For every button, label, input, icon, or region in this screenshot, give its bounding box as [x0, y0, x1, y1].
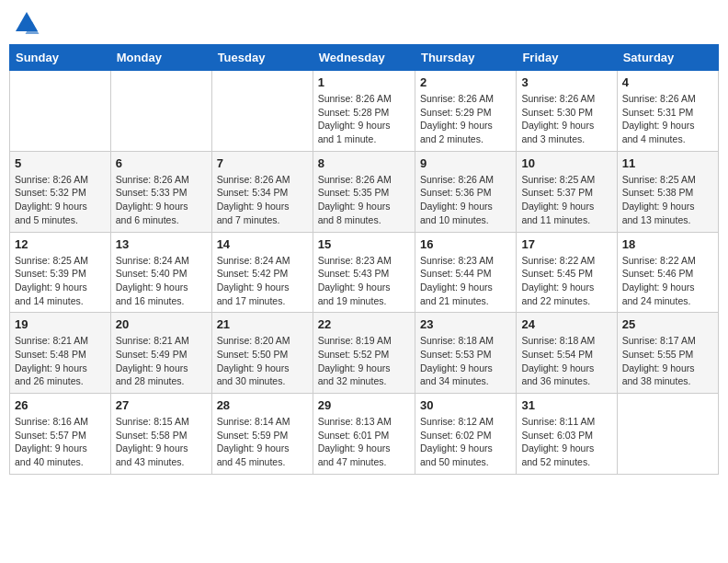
calendar-day-cell: 15Sunrise: 8:23 AM Sunset: 5:43 PM Dayli… — [313, 232, 415, 313]
day-of-week-header: Tuesday — [211, 45, 313, 71]
day-info: Sunrise: 8:24 AM Sunset: 5:42 PM Dayligh… — [217, 254, 308, 308]
day-info: Sunrise: 8:21 AM Sunset: 5:49 PM Dayligh… — [116, 334, 207, 388]
day-of-week-header: Wednesday — [313, 45, 415, 71]
day-number: 15 — [318, 237, 410, 251]
day-number: 10 — [521, 156, 611, 170]
calendar-week-row: 5Sunrise: 8:26 AM Sunset: 5:32 PM Daylig… — [10, 151, 719, 232]
day-number: 6 — [116, 156, 207, 170]
day-info: Sunrise: 8:23 AM Sunset: 5:44 PM Dayligh… — [420, 254, 511, 308]
calendar-day-cell: 29Sunrise: 8:13 AM Sunset: 6:01 PM Dayli… — [313, 394, 415, 475]
day-number: 12 — [15, 237, 106, 251]
day-number: 3 — [521, 75, 611, 89]
day-info: Sunrise: 8:11 AM Sunset: 6:03 PM Dayligh… — [521, 415, 611, 469]
calendar-day-cell: 3Sunrise: 8:26 AM Sunset: 5:30 PM Daylig… — [517, 71, 617, 152]
calendar-header-row: SundayMondayTuesdayWednesdayThursdayFrid… — [10, 45, 719, 71]
day-info: Sunrise: 8:26 AM Sunset: 5:36 PM Dayligh… — [420, 173, 511, 227]
calendar-day-cell: 18Sunrise: 8:22 AM Sunset: 5:46 PM Dayli… — [617, 232, 718, 313]
day-of-week-header: Thursday — [415, 45, 516, 71]
day-info: Sunrise: 8:22 AM Sunset: 5:46 PM Dayligh… — [622, 254, 713, 308]
calendar-day-cell: 11Sunrise: 8:25 AM Sunset: 5:38 PM Dayli… — [617, 151, 718, 232]
logo — [13, 9, 44, 37]
day-number: 19 — [15, 317, 106, 331]
calendar-week-row: 19Sunrise: 8:21 AM Sunset: 5:48 PM Dayli… — [10, 313, 719, 394]
day-info: Sunrise: 8:26 AM Sunset: 5:29 PM Dayligh… — [420, 92, 511, 146]
calendar-day-cell: 24Sunrise: 8:18 AM Sunset: 5:54 PM Dayli… — [517, 313, 617, 394]
calendar-day-cell: 12Sunrise: 8:25 AM Sunset: 5:39 PM Dayli… — [10, 232, 111, 313]
day-number: 4 — [622, 75, 713, 89]
calendar-day-cell: 9Sunrise: 8:26 AM Sunset: 5:36 PM Daylig… — [415, 151, 516, 232]
day-number: 28 — [217, 398, 308, 412]
day-of-week-header: Friday — [517, 45, 617, 71]
day-info: Sunrise: 8:26 AM Sunset: 5:31 PM Dayligh… — [622, 92, 713, 146]
day-number: 27 — [116, 398, 207, 412]
calendar-day-cell — [211, 71, 313, 152]
calendar-week-row: 1Sunrise: 8:26 AM Sunset: 5:28 PM Daylig… — [10, 71, 719, 152]
calendar-day-cell — [110, 71, 211, 152]
day-number: 16 — [420, 237, 511, 251]
calendar-day-cell: 14Sunrise: 8:24 AM Sunset: 5:42 PM Dayli… — [211, 232, 313, 313]
day-info: Sunrise: 8:25 AM Sunset: 5:37 PM Dayligh… — [521, 173, 611, 227]
calendar-day-cell: 7Sunrise: 8:26 AM Sunset: 5:34 PM Daylig… — [211, 151, 313, 232]
calendar-day-cell: 21Sunrise: 8:20 AM Sunset: 5:50 PM Dayli… — [211, 313, 313, 394]
calendar-day-cell: 19Sunrise: 8:21 AM Sunset: 5:48 PM Dayli… — [10, 313, 111, 394]
day-number: 5 — [15, 156, 106, 170]
day-info: Sunrise: 8:20 AM Sunset: 5:50 PM Dayligh… — [217, 334, 308, 388]
day-info: Sunrise: 8:15 AM Sunset: 5:58 PM Dayligh… — [116, 415, 207, 469]
calendar-day-cell: 20Sunrise: 8:21 AM Sunset: 5:49 PM Dayli… — [110, 313, 211, 394]
calendar-day-cell: 31Sunrise: 8:11 AM Sunset: 6:03 PM Dayli… — [517, 394, 617, 475]
day-number: 21 — [217, 317, 308, 331]
day-info: Sunrise: 8:14 AM Sunset: 5:59 PM Dayligh… — [217, 415, 308, 469]
day-number: 9 — [420, 156, 511, 170]
day-number: 18 — [622, 237, 713, 251]
day-info: Sunrise: 8:26 AM Sunset: 5:33 PM Dayligh… — [116, 173, 207, 227]
day-info: Sunrise: 8:26 AM Sunset: 5:35 PM Dayligh… — [318, 173, 410, 227]
calendar-day-cell: 17Sunrise: 8:22 AM Sunset: 5:45 PM Dayli… — [517, 232, 617, 313]
day-of-week-header: Sunday — [10, 45, 111, 71]
day-info: Sunrise: 8:21 AM Sunset: 5:48 PM Dayligh… — [15, 334, 106, 388]
day-number: 17 — [521, 237, 611, 251]
day-info: Sunrise: 8:25 AM Sunset: 5:39 PM Dayligh… — [15, 254, 106, 308]
calendar-day-cell — [617, 394, 718, 475]
day-info: Sunrise: 8:22 AM Sunset: 5:45 PM Dayligh… — [521, 254, 611, 308]
day-of-week-header: Saturday — [617, 45, 718, 71]
calendar-day-cell: 5Sunrise: 8:26 AM Sunset: 5:32 PM Daylig… — [10, 151, 111, 232]
calendar-day-cell: 22Sunrise: 8:19 AM Sunset: 5:52 PM Dayli… — [313, 313, 415, 394]
day-number: 23 — [420, 317, 511, 331]
calendar-day-cell: 30Sunrise: 8:12 AM Sunset: 6:02 PM Dayli… — [415, 394, 516, 475]
calendar-day-cell: 23Sunrise: 8:18 AM Sunset: 5:53 PM Dayli… — [415, 313, 516, 394]
day-number: 31 — [521, 398, 611, 412]
calendar-day-cell: 13Sunrise: 8:24 AM Sunset: 5:40 PM Dayli… — [110, 232, 211, 313]
calendar-week-row: 12Sunrise: 8:25 AM Sunset: 5:39 PM Dayli… — [10, 232, 719, 313]
day-info: Sunrise: 8:19 AM Sunset: 5:52 PM Dayligh… — [318, 334, 410, 388]
day-number: 24 — [521, 317, 611, 331]
day-number: 29 — [318, 398, 410, 412]
calendar-table: SundayMondayTuesdayWednesdayThursdayFrid… — [9, 44, 719, 475]
day-number: 22 — [318, 317, 410, 331]
day-info: Sunrise: 8:25 AM Sunset: 5:38 PM Dayligh… — [622, 173, 713, 227]
day-number: 8 — [318, 156, 410, 170]
day-number: 2 — [420, 75, 511, 89]
day-info: Sunrise: 8:18 AM Sunset: 5:53 PM Dayligh… — [420, 334, 511, 388]
day-info: Sunrise: 8:17 AM Sunset: 5:55 PM Dayligh… — [622, 334, 713, 388]
day-number: 14 — [217, 237, 308, 251]
day-info: Sunrise: 8:23 AM Sunset: 5:43 PM Dayligh… — [318, 254, 410, 308]
calendar-day-cell: 6Sunrise: 8:26 AM Sunset: 5:33 PM Daylig… — [110, 151, 211, 232]
calendar-day-cell: 16Sunrise: 8:23 AM Sunset: 5:44 PM Dayli… — [415, 232, 516, 313]
calendar-day-cell: 28Sunrise: 8:14 AM Sunset: 5:59 PM Dayli… — [211, 394, 313, 475]
day-info: Sunrise: 8:26 AM Sunset: 5:34 PM Dayligh… — [217, 173, 308, 227]
day-number: 13 — [116, 237, 207, 251]
calendar-day-cell: 1Sunrise: 8:26 AM Sunset: 5:28 PM Daylig… — [313, 71, 415, 152]
day-number: 11 — [622, 156, 713, 170]
day-number: 1 — [318, 75, 410, 89]
calendar-day-cell: 4Sunrise: 8:26 AM Sunset: 5:31 PM Daylig… — [617, 71, 718, 152]
calendar-day-cell: 2Sunrise: 8:26 AM Sunset: 5:29 PM Daylig… — [415, 71, 516, 152]
day-info: Sunrise: 8:24 AM Sunset: 5:40 PM Dayligh… — [116, 254, 207, 308]
day-number: 26 — [15, 398, 106, 412]
calendar-day-cell: 25Sunrise: 8:17 AM Sunset: 5:55 PM Dayli… — [617, 313, 718, 394]
day-info: Sunrise: 8:26 AM Sunset: 5:28 PM Dayligh… — [318, 92, 410, 146]
logo-icon — [13, 9, 40, 37]
calendar-day-cell — [10, 71, 111, 152]
calendar-day-cell: 27Sunrise: 8:15 AM Sunset: 5:58 PM Dayli… — [110, 394, 211, 475]
day-number: 30 — [420, 398, 511, 412]
day-number: 25 — [622, 317, 713, 331]
